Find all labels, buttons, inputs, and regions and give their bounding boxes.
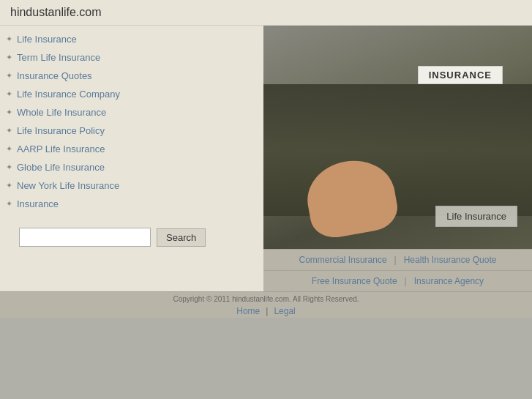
copyright-text: Copyright © 2011 hindustanlife.com. All …	[7, 295, 525, 303]
nav-item[interactable]: ✦Insurance Quotes	[0, 67, 263, 85]
free-insurance-quote-link[interactable]: Free Insurance Quote	[312, 276, 397, 286]
nav-item[interactable]: ✦AARP Life Insurance	[0, 140, 263, 158]
bottom-space	[0, 318, 532, 399]
nav-bullet-icon: ✦	[6, 108, 12, 117]
nav-item-label: Term Life Insurance	[17, 52, 100, 63]
nav-item[interactable]: ✦Globe Life Insurance	[0, 158, 263, 176]
nav-item[interactable]: ✦Life Insurance Policy	[0, 122, 263, 140]
nav-item[interactable]: ✦Whole Life Insurance	[0, 103, 263, 122]
nav-item[interactable]: ✦Life Insurance Company	[0, 85, 263, 103]
nav-bullet-icon: ✦	[6, 181, 12, 190]
footer-links: Home | Legal	[7, 306, 525, 316]
separator-2: |	[405, 276, 407, 286]
search-input[interactable]	[19, 228, 151, 247]
left-nav: ✦Life Insurance✦Term Life Insurance✦Insu…	[0, 26, 263, 217]
nav-item-label: Insurance Quotes	[17, 70, 92, 81]
right-panel: INSURANCE Life Insurance Commercial Insu…	[263, 26, 532, 291]
nav-item-label: Insurance	[17, 198, 59, 209]
nav-bullet-icon: ✦	[6, 144, 12, 154]
health-insurance-quote-link[interactable]: Health Insurance Quote	[404, 255, 497, 265]
legal-link[interactable]: Legal	[274, 306, 295, 316]
separator-1: |	[394, 255, 397, 265]
nav-item-label: Life Insurance Policy	[17, 125, 105, 136]
site-title: hindustanlife.com	[10, 6, 102, 18]
nav-bullet-icon: ✦	[6, 53, 12, 62]
commercial-insurance-link[interactable]: Commercial Insurance	[299, 255, 387, 265]
image-area: INSURANCE Life Insurance	[263, 26, 532, 249]
nav-item-label: AARP Life Insurance	[17, 143, 105, 154]
search-area: Search	[0, 217, 263, 260]
nav-item-label: Life Insurance Company	[17, 89, 120, 100]
nav-bullet-icon: ✦	[6, 126, 12, 135]
nav-bullet-icon: ✦	[6, 163, 12, 172]
life-insurance-badge[interactable]: Life Insurance	[435, 206, 517, 227]
search-button[interactable]: Search	[157, 228, 206, 247]
nav-item[interactable]: ✦Insurance	[0, 195, 263, 213]
footer-sep: |	[266, 306, 268, 316]
nav-item[interactable]: ✦New York Life Insurance	[0, 176, 263, 195]
nav-item-label: Whole Life Insurance	[17, 107, 106, 118]
link-row-2: Free Insurance Quote | Insurance Agency	[263, 270, 532, 291]
insurance-agency-link[interactable]: Insurance Agency	[414, 276, 484, 286]
left-column: ✦Life Insurance✦Term Life Insurance✦Insu…	[0, 26, 263, 291]
nav-item-label: New York Life Insurance	[17, 180, 119, 191]
nav-item-label: Life Insurance	[17, 34, 77, 45]
nav-item-label: Globe Life Insurance	[17, 162, 105, 173]
nav-bullet-icon: ✦	[6, 89, 12, 99]
insurance-label: INSURANCE	[418, 66, 503, 84]
nav-item[interactable]: ✦Life Insurance	[0, 30, 263, 48]
nav-bullet-icon: ✦	[6, 71, 12, 81]
header: hindustanlife.com	[0, 0, 532, 26]
home-link[interactable]: Home	[236, 306, 260, 316]
main-layout: ✦Life Insurance✦Term Life Insurance✦Insu…	[0, 26, 532, 291]
bottom-links: Commercial Insurance | Health Insurance …	[263, 249, 532, 291]
link-row-1: Commercial Insurance | Health Insurance …	[263, 249, 532, 270]
nav-item[interactable]: ✦Term Life Insurance	[0, 48, 263, 67]
nav-bullet-icon: ✦	[6, 34, 12, 44]
nav-bullet-icon: ✦	[6, 199, 12, 209]
footer: Copyright © 2011 hindustanlife.com. All …	[0, 291, 532, 318]
